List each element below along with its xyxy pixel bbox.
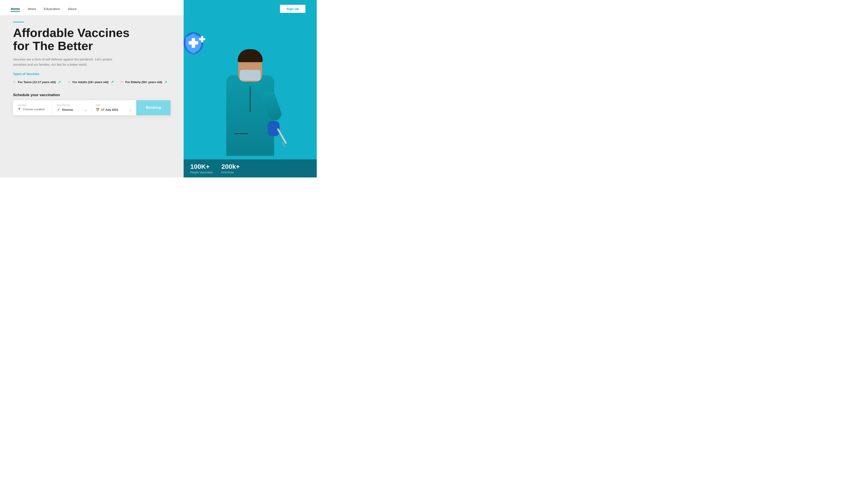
vaccine-type-adults: 02 For Adults (18+ years old) ↗	[68, 80, 114, 84]
nav-link-home[interactable]: Home	[11, 7, 20, 11]
booking-button[interactable]: Booking	[136, 100, 170, 115]
stat-firstdose-label: First Dose	[221, 171, 240, 174]
syringe-icon: 💉	[57, 108, 60, 111]
hero-description: Vaccines are a form of self-defense agai…	[13, 57, 126, 67]
stat-firstdose-number: 200k+	[221, 163, 240, 170]
stat-vaccinated: 100K+ People Vaccinated	[190, 163, 213, 174]
signin-link[interactable]: Sign In	[264, 7, 275, 11]
location-label: Location	[18, 104, 48, 106]
type-label-1: For Teens (12-17 years old)	[18, 80, 56, 84]
type-num-2: 02	[68, 81, 70, 83]
vaccine-type-elderly: 03 For Elderly (50+ years old) ↗	[121, 80, 167, 84]
schedule-title: Schedule your vaccination	[13, 93, 170, 97]
type-num-3: 03	[121, 81, 123, 83]
date-value-row: 📅 17 July 2021 ⌄	[96, 108, 132, 112]
stats-bar: 100K+ People Vaccinated 200k+ First Dose	[184, 159, 317, 177]
booking-form: Location 📍 Choose Location Type Vaccine …	[13, 100, 170, 115]
vaccine-type-teens: 01 For Teens (12-17 years old) ↗	[13, 80, 61, 84]
right-section: 100K+ People Vaccinated 200k+ First Dose	[184, 15, 317, 177]
nav-link-news[interactable]: News	[28, 7, 36, 11]
date-value: 17 July 2021	[101, 108, 127, 111]
date-label: Date	[96, 104, 132, 106]
calendar-icon: 📅	[96, 108, 99, 111]
left-section: Affordable Vaccines for The Better Vacci…	[0, 15, 184, 177]
vaccine-label: Type Vaccine	[57, 104, 87, 106]
arrow-adults[interactable]: ↗	[111, 80, 114, 84]
signup-button[interactable]: Sign Up	[280, 4, 306, 13]
date-dropdown-arrow[interactable]: ⌄	[129, 108, 132, 112]
stat-vaccinated-number: 100K+	[190, 163, 213, 170]
location-value: Choose Location	[23, 108, 45, 111]
nav-links-left: Home News Eduacation About	[11, 7, 182, 11]
hero-title: Affordable Vaccines for The Better	[13, 26, 170, 53]
type-label-3: For Elderly (50+ years old)	[125, 80, 162, 84]
vaccine-type-field[interactable]: Type Vaccine 💉 Sinovac ⌄	[52, 100, 91, 115]
type-num-1: 01	[13, 81, 16, 83]
svg-rect-2	[189, 41, 198, 44]
stat-firstdose: 200k+ First Dose	[221, 163, 240, 174]
nav-link-education[interactable]: Eduacation	[44, 7, 60, 11]
vaccine-types-row: 01 For Teens (12-17 years old) ↗ 02 For …	[13, 80, 170, 84]
main-area: Affordable Vaccines for The Better Vacci…	[0, 15, 317, 177]
arrow-elderly[interactable]: ↗	[164, 80, 167, 84]
nav-link-about[interactable]: About	[68, 7, 76, 11]
page-wrapper: Home News Eduacation About Sign In Sign …	[0, 0, 317, 177]
navbar: Home News Eduacation About Sign In Sign …	[0, 0, 317, 18]
location-value-row: 📍 Choose Location	[18, 108, 48, 111]
nav-auth: Sign In Sign Up	[182, 4, 306, 13]
accent-line	[13, 22, 24, 23]
type-label-2: For Adults (18+ years old)	[72, 80, 108, 84]
types-of-vaccines-link[interactable]: Types of Vaccines	[13, 72, 170, 76]
date-field[interactable]: Date 📅 17 July 2021 ⌄	[91, 100, 136, 115]
arrow-teens[interactable]: ↗	[58, 80, 61, 84]
vaccine-value: Sinovac	[62, 108, 82, 111]
location-icon: 📍	[18, 108, 21, 111]
vaccine-dropdown-arrow[interactable]: ⌄	[84, 108, 87, 112]
vaccine-value-row: 💉 Sinovac ⌄	[57, 108, 87, 112]
location-field[interactable]: Location 📍 Choose Location	[13, 100, 52, 115]
shield-icon	[184, 28, 208, 57]
stat-vaccinated-label: People Vaccinated	[190, 171, 213, 174]
svg-rect-4	[199, 38, 205, 40]
